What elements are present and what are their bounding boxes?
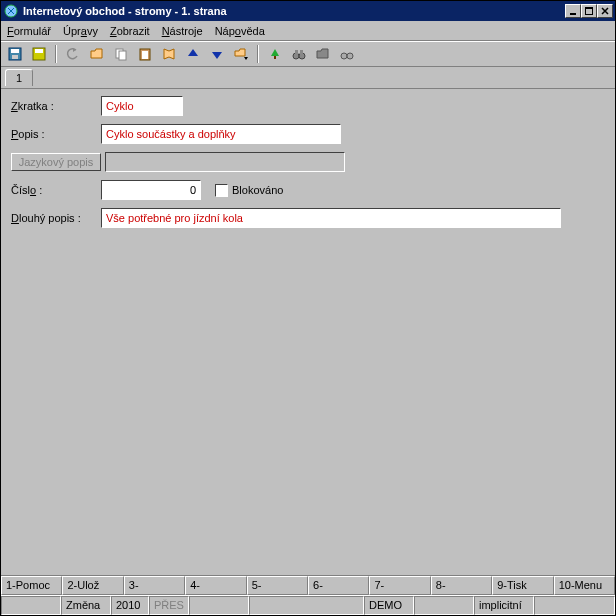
f6-button[interactable]: 6-: [308, 576, 369, 595]
svg-rect-1: [570, 13, 576, 15]
cislo-input[interactable]: [101, 180, 201, 200]
book-icon[interactable]: [159, 44, 179, 64]
svg-rect-12: [142, 51, 148, 59]
find-next-icon[interactable]: [337, 44, 357, 64]
status-cell-mode: Změna: [61, 596, 111, 615]
down-arrow-icon[interactable]: [207, 44, 227, 64]
tree-icon[interactable]: [265, 44, 285, 64]
svg-rect-5: [11, 49, 19, 53]
f5-button[interactable]: 5-: [247, 576, 308, 595]
close-button[interactable]: [597, 4, 613, 18]
svg-rect-6: [12, 55, 18, 59]
svg-rect-17: [300, 50, 303, 54]
function-key-bar: 1-Pomoc 2-Ulož 3- 4- 5- 6- 7- 8- 9-Tisk …: [1, 575, 615, 595]
status-cell-demo: DEMO: [364, 596, 414, 615]
f10-button[interactable]: 10-Menu: [554, 576, 615, 595]
zkratka-input[interactable]: [101, 96, 183, 116]
f7-button[interactable]: 7-: [369, 576, 430, 595]
f4-button[interactable]: 4-: [185, 576, 246, 595]
status-cell-year: 2010: [111, 596, 149, 615]
app-window: Internetový obchod - stromy - 1. strana …: [0, 0, 616, 616]
status-cell-implicit: implicitní: [474, 596, 534, 615]
status-cell-10: [534, 596, 615, 615]
toolbar: [1, 41, 615, 67]
separator: [257, 45, 259, 63]
tab-1[interactable]: 1: [5, 69, 33, 86]
blokovano-label: Blokováno: [232, 184, 283, 196]
svg-point-18: [341, 53, 347, 59]
menubar: Formulář Úpravy Zobrazit Nástroje Nápově…: [1, 21, 615, 41]
menu-upravy[interactable]: Úpravy: [63, 25, 98, 37]
cislo-label: Číslo :: [11, 184, 101, 196]
undo-icon[interactable]: [63, 44, 83, 64]
f1-button[interactable]: 1-Pomoc: [1, 576, 62, 595]
svg-rect-13: [274, 56, 276, 59]
binoculars-icon[interactable]: [289, 44, 309, 64]
zkratka-label: Zkratka :: [11, 100, 101, 112]
minimize-button[interactable]: [565, 4, 581, 18]
f2-button[interactable]: 2-Ulož: [62, 576, 123, 595]
popis-label: Popis :: [11, 128, 101, 140]
svg-rect-16: [295, 50, 298, 54]
jazykovy-popis-button: Jazykový popis: [11, 153, 101, 171]
menu-formular[interactable]: Formulář: [7, 25, 51, 37]
dlouhy-label: Dlouhý popis :: [11, 212, 101, 224]
titlebar: Internetový obchod - stromy - 1. strana: [1, 1, 615, 21]
separator: [55, 45, 57, 63]
app-icon: [3, 3, 19, 19]
window-title: Internetový obchod - stromy - 1. strana: [23, 5, 565, 17]
form-area: Zkratka : Popis : Jazykový popis Číslo :…: [1, 89, 615, 575]
f3-button[interactable]: 3-: [124, 576, 185, 595]
menu-napoveda[interactable]: Nápověda: [215, 25, 265, 37]
tabstrip: 1: [1, 67, 615, 89]
maximize-button[interactable]: [581, 4, 597, 18]
window-buttons: [565, 4, 613, 18]
up-arrow-icon[interactable]: [183, 44, 203, 64]
copy-icon[interactable]: [111, 44, 131, 64]
folder-search-icon[interactable]: [313, 44, 333, 64]
svg-rect-10: [119, 51, 126, 60]
status-cell-pres: PŘES: [149, 596, 189, 615]
status-cell-5: [189, 596, 249, 615]
status-cell-1: [1, 596, 61, 615]
save-icon[interactable]: [5, 44, 25, 64]
f9-button[interactable]: 9-Tisk: [492, 576, 553, 595]
status-cell-8: [414, 596, 474, 615]
status-cell-6: [249, 596, 364, 615]
blokovano-checkbox-wrap[interactable]: Blokováno: [215, 184, 283, 197]
svg-rect-8: [35, 49, 43, 53]
paste-icon[interactable]: [135, 44, 155, 64]
f8-button[interactable]: 8-: [431, 576, 492, 595]
dlouhy-input[interactable]: [101, 208, 561, 228]
menu-zobrazit[interactable]: Zobrazit: [110, 25, 150, 37]
folder-dropdown-icon[interactable]: [231, 44, 251, 64]
statusbar: Změna 2010 PŘES DEMO implicitní: [1, 595, 615, 615]
open-folder-icon[interactable]: [87, 44, 107, 64]
popis-input[interactable]: [101, 124, 341, 144]
menu-nastroje[interactable]: Nástroje: [162, 25, 203, 37]
save-as-icon[interactable]: [29, 44, 49, 64]
svg-rect-3: [585, 7, 593, 9]
blokovano-checkbox[interactable]: [215, 184, 228, 197]
jazykovy-input: [105, 152, 345, 172]
svg-point-19: [347, 53, 353, 59]
